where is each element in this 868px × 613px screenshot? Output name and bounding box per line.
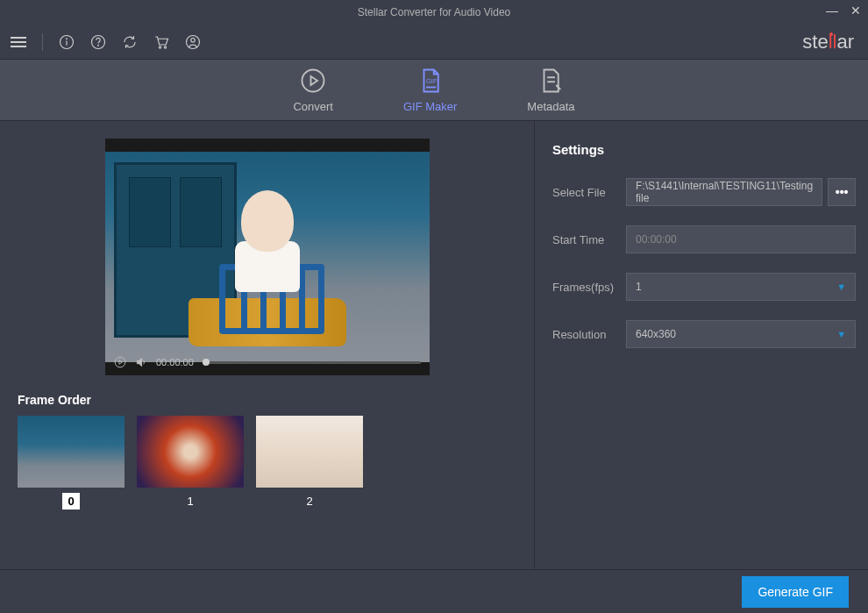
tab-label: Metadata <box>527 100 574 113</box>
minimize-button[interactable]: — <box>826 4 838 18</box>
frame-item[interactable]: 1 <box>137 416 244 510</box>
play-icon[interactable] <box>114 356 126 368</box>
svg-point-2 <box>67 38 68 39</box>
svg-point-5 <box>159 46 160 47</box>
app-title: Stellar Converter for Audio Video <box>358 6 511 18</box>
svg-point-8 <box>191 38 196 42</box>
video-preview[interactable]: 00:00:00 <box>105 139 430 375</box>
settings-panel: Settings Select File F:\S1441\Internal\T… <box>535 121 868 569</box>
gif-file-icon: GIF <box>416 67 445 95</box>
frame-item[interactable]: 2 <box>256 416 363 510</box>
frame-index: 1 <box>181 493 198 510</box>
info-icon[interactable] <box>59 34 75 50</box>
frame-order-heading: Frame Order <box>18 393 525 407</box>
close-button[interactable]: ✕ <box>850 4 861 18</box>
chevron-down-icon: ▼ <box>836 329 846 339</box>
generate-gif-button[interactable]: Generate GIF <box>742 576 849 608</box>
tab-gifmaker[interactable]: GIF GIF Maker <box>403 67 457 113</box>
brand-logo: stellar <box>802 31 854 53</box>
play-circle-icon <box>299 67 327 95</box>
left-panel: 00:00:00 Frame Order 0 1 2 <box>0 121 535 569</box>
tab-metadata[interactable]: Metadata <box>527 67 574 113</box>
resolution-label: Resolution <box>552 328 626 341</box>
selectfile-label: Select File <box>552 186 626 199</box>
setting-row-resolution: Resolution 640x360 ▼ <box>552 320 856 348</box>
user-icon[interactable] <box>185 34 201 50</box>
video-frame-image <box>105 152 430 362</box>
setting-row-frames: Frames(fps) 1 ▼ <box>552 273 856 301</box>
chevron-down-icon: ▼ <box>836 282 846 292</box>
frame-thumbnail <box>137 416 244 488</box>
video-controls: 00:00:00 <box>114 356 421 368</box>
resolution-select[interactable]: 640x360 ▼ <box>626 320 856 348</box>
frames-label: Frames(fps) <box>552 281 626 294</box>
frames-select[interactable]: 1 ▼ <box>626 273 856 301</box>
setting-row-starttime: Start Time 00:00:00 <box>552 225 856 253</box>
frame-index: 0 <box>62 493 79 510</box>
toolbar: stellar <box>0 25 868 60</box>
footer: Generate GIF <box>0 569 868 613</box>
settings-heading: Settings <box>552 142 856 157</box>
help-icon[interactable] <box>90 34 106 50</box>
titlebar: Stellar Converter for Audio Video — ✕ <box>0 0 868 25</box>
frame-index: 2 <box>301 493 317 510</box>
svg-point-9 <box>302 70 324 92</box>
main-tabs: Convert GIF GIF Maker Metadata <box>0 60 868 121</box>
starttime-label: Start Time <box>552 233 626 246</box>
selectfile-input[interactable]: F:\S1441\Internal\TESTING11\Testing file <box>626 178 822 206</box>
frame-thumbnail <box>256 416 363 488</box>
volume-icon[interactable] <box>135 356 147 368</box>
frames-list: 0 1 2 <box>18 416 525 510</box>
tab-label: Convert <box>293 100 333 113</box>
setting-row-selectfile: Select File F:\S1441\Internal\TESTING11\… <box>552 178 856 206</box>
tab-convert[interactable]: Convert <box>293 67 333 113</box>
frame-item[interactable]: 0 <box>18 416 125 510</box>
separator <box>42 33 43 51</box>
cart-icon[interactable] <box>153 34 169 50</box>
svg-point-14 <box>115 357 125 367</box>
video-scrubber[interactable] <box>203 361 421 364</box>
main-content: 00:00:00 Frame Order 0 1 2 Settings Sele… <box>0 121 868 569</box>
starttime-input[interactable]: 00:00:00 <box>626 225 856 253</box>
tab-label: GIF Maker <box>403 100 457 113</box>
document-edit-icon <box>537 67 565 95</box>
hamburger-menu-icon[interactable] <box>11 37 26 47</box>
video-time: 00:00:00 <box>156 357 194 367</box>
refresh-icon[interactable] <box>122 34 138 50</box>
browse-button[interactable]: ••• <box>828 178 856 206</box>
frame-thumbnail <box>18 416 125 488</box>
svg-text:GIF: GIF <box>426 77 438 85</box>
svg-point-6 <box>164 46 166 47</box>
window-controls: — ✕ <box>826 4 861 18</box>
svg-point-4 <box>98 45 99 46</box>
